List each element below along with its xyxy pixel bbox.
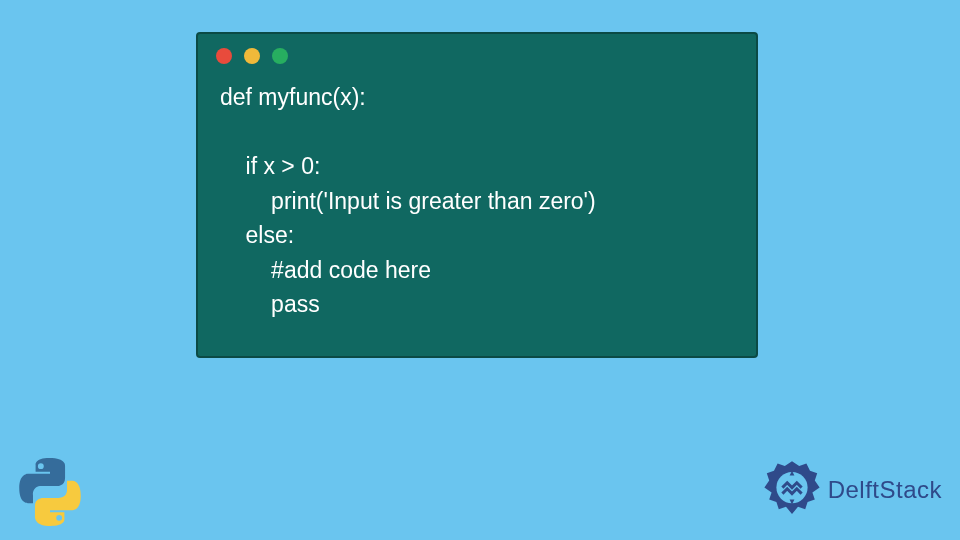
code-line: print('Input is greater than zero') bbox=[220, 188, 596, 214]
close-icon bbox=[216, 48, 232, 64]
code-line: #add code here bbox=[220, 257, 431, 283]
python-logo-icon bbox=[14, 456, 86, 528]
delftstack-logo: DelftStack bbox=[762, 460, 942, 520]
code-line: def myfunc(x): bbox=[220, 84, 366, 110]
code-line: pass bbox=[220, 291, 320, 317]
maximize-icon bbox=[272, 48, 288, 64]
window-controls bbox=[198, 34, 756, 74]
delftstack-text: DelftStack bbox=[828, 476, 942, 504]
code-block: def myfunc(x): if x > 0: print('Input is… bbox=[198, 74, 756, 340]
code-window: def myfunc(x): if x > 0: print('Input is… bbox=[196, 32, 758, 358]
code-line: if x > 0: bbox=[220, 153, 320, 179]
delftstack-badge-icon bbox=[762, 460, 822, 520]
minimize-icon bbox=[244, 48, 260, 64]
code-line: else: bbox=[220, 222, 294, 248]
